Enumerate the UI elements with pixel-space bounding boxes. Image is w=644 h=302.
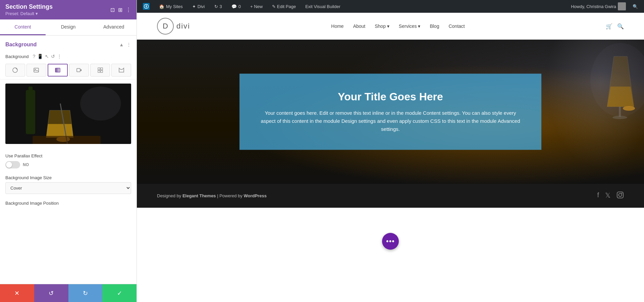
new-item[interactable]: + New [248, 0, 265, 13]
svg-rect-19 [619, 107, 621, 117]
facebook-icon[interactable]: f [597, 191, 599, 200]
edit-page-label: ✎ Edit Page [272, 4, 296, 9]
bg-icons: ? 📱 ↖ ↺ ⋮ [33, 54, 62, 59]
instagram-icon[interactable] [616, 191, 624, 200]
cancel-button[interactable]: ✕ [0, 284, 34, 302]
toggle-wrap: NO [5, 161, 131, 168]
bg-mobile-icon[interactable]: 📱 [37, 54, 43, 59]
footer-elegant: Elegant Themes [182, 193, 216, 198]
bg-preview-image [5, 84, 131, 144]
wp-logo-item[interactable] [141, 0, 152, 13]
site-logo[interactable]: D divi [157, 18, 190, 35]
bg-image-size-select[interactable]: Cover Contain Auto Custom [5, 182, 131, 194]
bg-type-image[interactable] [26, 64, 46, 77]
exit-builder-item[interactable]: Exit Visual Builder [303, 0, 342, 13]
nav-about[interactable]: About [353, 23, 366, 29]
parallax-label: Use Parallax Effect [5, 153, 131, 158]
panel-header: Section Settings Preset: Default ▾ ⊡ ⊞ ⋮ [0, 0, 137, 19]
fab-button[interactable]: ••• [382, 233, 399, 250]
svg-rect-7 [98, 70, 100, 72]
tab-design[interactable]: Design [46, 19, 91, 35]
my-sites-label: My Sites [166, 4, 183, 9]
comments-count-item[interactable]: ↻ 3 [212, 0, 224, 13]
cart-icon[interactable]: 🛒 [606, 23, 612, 30]
parallax-row: Use Parallax Effect NO [0, 148, 137, 171]
fab-icon: ••• [386, 237, 395, 246]
hero-section: Your Title Goes Here Your content goes h… [137, 40, 644, 184]
preset-selector[interactable]: Preset: Default ▾ [5, 11, 53, 16]
toggle-knob [6, 162, 12, 168]
bg-options-icon[interactable]: ⋮ [57, 54, 62, 59]
bg-reset-icon[interactable]: ↺ [51, 54, 55, 59]
site-content: D divi Home About Shop ▾ Services ▾ Blog… [137, 13, 644, 302]
nav-home[interactable]: Home [331, 23, 343, 29]
bg-image-size-row: Background Image Size Cover Contain Auto… [0, 171, 137, 197]
my-sites-item[interactable]: 🏠 My Sites [157, 0, 185, 13]
undo-button[interactable]: ↺ [34, 284, 68, 302]
nav-contact[interactable]: Contact [448, 23, 465, 29]
nav-blog[interactable]: Blog [430, 23, 439, 29]
bg-row-label: Background [5, 54, 29, 59]
bg-type-color[interactable] [5, 64, 25, 77]
logo-text: divi [176, 22, 190, 31]
bg-type-video[interactable] [69, 64, 89, 77]
svg-rect-4 [77, 68, 80, 72]
bg-help-icon[interactable]: ? [33, 54, 35, 59]
svg-point-18 [623, 106, 635, 111]
comments-count: 3 [220, 4, 222, 9]
redo-icon: ↻ [83, 290, 88, 297]
bg-cursor-icon[interactable]: ↖ [45, 54, 49, 59]
logo-circle: D [157, 18, 174, 35]
section-more-icon[interactable]: ⋮ [126, 42, 131, 47]
panel-body: Background ▲ ⋮ Background ? 📱 ↖ ↺ ⋮ [0, 36, 137, 284]
bg-type-pattern[interactable] [90, 64, 110, 77]
background-section-actions: ▲ ⋮ [119, 42, 131, 47]
howdy-item[interactable]: Howdy, Christina Gwira [569, 2, 628, 10]
footer-wp: WordPress [244, 193, 266, 198]
howdy-label: Howdy, Christina Gwira [571, 4, 616, 9]
svg-rect-15 [33, 136, 101, 144]
svg-rect-11 [26, 90, 35, 134]
grid-icon[interactable]: ⊞ [118, 7, 122, 13]
site-name-item[interactable]: ✦ Divi [190, 0, 207, 13]
redo-button[interactable]: ↻ [68, 284, 103, 302]
below-fold-area: ••• [137, 208, 644, 275]
search-icon[interactable]: 🔍 [617, 23, 624, 30]
edit-page-item[interactable]: ✎ Edit Page [270, 0, 298, 13]
messages-count: 0 [238, 4, 241, 9]
svg-point-22 [619, 193, 622, 196]
exit-builder-label: Exit Visual Builder [305, 4, 340, 9]
svg-rect-1 [34, 68, 39, 72]
site-nav: D divi Home About Shop ▾ Services ▾ Blog… [137, 13, 644, 40]
bg-image-size-label: Background Image Size [5, 175, 131, 180]
messages-item[interactable]: 💬 0 [229, 0, 243, 13]
comments-refresh-icon: ↻ [214, 4, 218, 9]
nav-shop[interactable]: Shop ▾ [375, 23, 389, 29]
svg-rect-6 [101, 68, 103, 70]
bg-image-position-row: Background Image Position [0, 197, 137, 210]
cancel-icon: ✕ [14, 290, 19, 297]
bg-type-row [0, 61, 137, 80]
panel-footer: ✕ ↺ ↻ ✓ [0, 284, 137, 302]
hero-content-box: Your Title Goes Here Your content goes h… [239, 74, 541, 150]
background-section-title: Background [5, 42, 37, 48]
wp-logo [143, 3, 150, 10]
wp-admin-bar: 🏠 My Sites ✦ Divi ↻ 3 💬 0 + New ✎ Edit P… [137, 0, 644, 13]
bg-type-mask[interactable] [111, 64, 131, 77]
search-bar-item[interactable]: 🔍 [631, 4, 640, 9]
hero-body: Your content goes here. Edit or remove t… [260, 109, 521, 133]
site-footer: Designed by Elegant Themes | Powered by … [137, 184, 644, 208]
background-section-header: Background ▲ ⋮ [0, 36, 137, 52]
save-button[interactable]: ✓ [102, 284, 137, 302]
svg-rect-8 [101, 70, 103, 72]
more-icon[interactable]: ⋮ [126, 7, 131, 13]
tab-content[interactable]: Content [0, 19, 46, 35]
twitter-icon[interactable]: 𝕏 [605, 191, 610, 200]
tab-advanced[interactable]: Advanced [91, 19, 137, 35]
fullscreen-icon[interactable]: ⊡ [110, 7, 115, 13]
collapse-icon[interactable]: ▲ [119, 42, 124, 47]
parallax-toggle[interactable] [5, 161, 20, 168]
nav-services[interactable]: Services ▾ [399, 23, 421, 29]
save-icon: ✓ [117, 290, 122, 297]
bg-type-gradient[interactable] [48, 64, 68, 77]
